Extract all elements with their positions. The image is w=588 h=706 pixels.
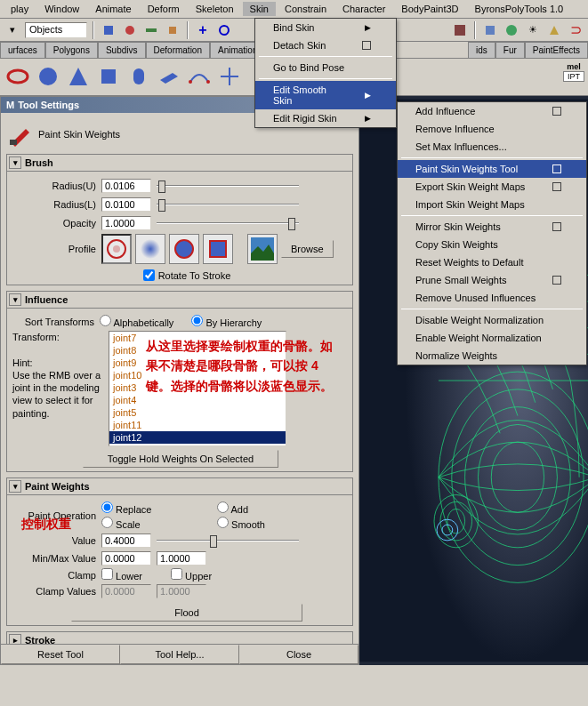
light-icon[interactable]: ☀ <box>524 21 542 39</box>
menu-prune-small-weights[interactable]: Prune Small Weights <box>398 271 586 289</box>
profile-gaussian-icon[interactable] <box>101 234 132 264</box>
menu-enable-weight-normalization[interactable]: Enable Weight Normalization <box>398 329 586 347</box>
menu-remove-influence[interactable]: Remove Influence <box>398 120 586 138</box>
menu-skin[interactable]: Skin <box>243 2 276 16</box>
ipr-icon[interactable] <box>481 21 499 39</box>
prim-cone-icon[interactable] <box>64 62 93 91</box>
browse-button[interactable]: Browse <box>281 240 334 258</box>
min-value-input[interactable] <box>101 551 151 566</box>
rotate-to-stroke-checkbox[interactable] <box>143 269 155 281</box>
radius-u-slider[interactable] <box>157 178 299 194</box>
shelf-tab-deformation[interactable]: Deformation <box>146 42 210 58</box>
render-icon[interactable] <box>451 21 469 39</box>
menu-deform[interactable]: Deform <box>141 2 187 16</box>
menu-copy-skin-weights[interactable]: Copy Skin Weights <box>398 236 586 253</box>
menu-disable-weight-normalization[interactable]: Disable Weight Normalization <box>398 311 586 329</box>
joint-list-item[interactable]: joint13 <box>109 444 286 446</box>
joint-list-item[interactable]: joint5 <box>109 406 286 419</box>
joint-list-item[interactable]: joint3 <box>109 381 286 394</box>
profile-soft-icon[interactable] <box>135 234 165 264</box>
tool-icon-4[interactable] <box>164 21 181 39</box>
sort-hierarchy-radio[interactable]: By Hierarchy <box>191 315 262 328</box>
paint-weights-section-header[interactable]: ▾ Paint Weights <box>6 477 353 495</box>
opacity-slider[interactable] <box>157 215 299 231</box>
snap-icon[interactable] <box>100 21 117 39</box>
flood-button[interactable]: Flood <box>71 604 302 622</box>
radius-l-input[interactable] <box>101 197 151 212</box>
max-value-input[interactable] <box>157 551 206 566</box>
shelf-tool-8-icon[interactable] <box>215 62 244 91</box>
sort-alpha-radio[interactable]: Alphabetically <box>100 315 173 328</box>
profile-square-icon[interactable] <box>203 234 233 264</box>
joint-list-item[interactable]: joint10 <box>109 369 286 381</box>
joint-list-item[interactable]: joint12 <box>109 431 286 444</box>
influence-section-header[interactable]: ▾ Influence <box>6 291 353 309</box>
joint-list-item[interactable]: joint11 <box>109 419 286 431</box>
expand-icon[interactable]: ▸ <box>9 634 21 644</box>
menu-byronspolytools[interactable]: ByronsPolyTools 1.0 <box>468 2 571 16</box>
joint-list-item[interactable]: joint4 <box>109 394 286 406</box>
menu-bodypaint3d[interactable]: BodyPaint3D <box>394 2 465 16</box>
prim-cylinder-icon[interactable] <box>125 62 153 91</box>
option-box-icon[interactable] <box>552 107 561 116</box>
op-scale-radio[interactable]: Scale <box>101 517 208 530</box>
brush-section-header[interactable]: ▾ Brush <box>6 154 353 172</box>
stroke-section-header[interactable]: ▸ Stroke <box>6 631 353 644</box>
menu-detach-skin[interactable]: Detach Skin <box>255 36 396 54</box>
menu-constrain[interactable]: Constrain <box>278 2 334 16</box>
op-smooth-radio[interactable]: Smooth <box>217 517 306 530</box>
option-box-icon[interactable] <box>552 182 561 191</box>
op-replace-radio[interactable]: Replace <box>101 501 208 515</box>
menu-edit-rigid-skin[interactable]: Edit Rigid Skin▶ <box>255 109 396 127</box>
selection-mask-dropdown[interactable]: Objects <box>25 22 87 38</box>
option-box-icon[interactable] <box>362 41 371 50</box>
toggle-hold-weights-button[interactable]: Toggle Hold Weights On Selected <box>83 450 278 468</box>
render-globals-icon[interactable] <box>503 21 520 39</box>
close-button[interactable]: Close <box>239 645 358 664</box>
menu-play[interactable]: play <box>4 2 36 16</box>
menu-go-to-bind-pose[interactable]: Go to Bind Pose <box>255 59 396 76</box>
tool-icon-6[interactable] <box>215 21 233 39</box>
shelf-tab-fur[interactable]: Fur <box>495 42 525 58</box>
collapse-icon[interactable]: ▾ <box>9 293 21 306</box>
dropdown-arrow-icon[interactable]: ▾ <box>4 21 21 39</box>
op-add-radio[interactable]: Add <box>217 501 306 515</box>
collapse-icon[interactable]: ▾ <box>9 480 21 493</box>
collapse-icon[interactable]: ▾ <box>9 156 21 169</box>
menu-set-max-influences[interactable]: Set Max Influences... <box>398 138 586 156</box>
menu-remove-unused-influences[interactable]: Remove Unused Influences <box>398 289 586 307</box>
option-box-icon[interactable] <box>552 164 561 173</box>
joint-list-item[interactable]: joint7 <box>109 332 286 344</box>
magnet-icon[interactable]: ⊃ <box>567 21 584 39</box>
menu-reset-weights-default[interactable]: Reset Weights to Default <box>398 253 586 271</box>
shelf-tab-ids[interactable]: ids <box>468 42 495 58</box>
menu-import-skin-weight-maps[interactable]: Import Skin Weight Maps <box>398 196 586 213</box>
prim-cube-icon[interactable] <box>94 62 123 91</box>
joint-list-item[interactable]: joint9 <box>109 357 286 369</box>
option-box-icon[interactable] <box>552 276 561 285</box>
clamp-lower-checkbox[interactable]: Lower <box>101 568 142 582</box>
value-input[interactable] <box>101 534 151 548</box>
option-box-icon[interactable] <box>552 222 561 231</box>
menu-window[interactable]: Window <box>37 2 86 16</box>
transform-listbox[interactable]: joint7joint8joint9joint10joint3joint4joi… <box>109 331 286 446</box>
menu-mirror-skin-weights[interactable]: Mirror Skin Weights <box>398 218 586 236</box>
menu-add-influence[interactable]: Add Influence <box>398 102 586 120</box>
plus-icon[interactable]: + <box>194 21 212 39</box>
curve-tool-icon[interactable] <box>185 62 213 91</box>
joint-list-item[interactable]: joint8 <box>109 344 286 357</box>
profile-image-icon[interactable] <box>247 234 278 264</box>
menu-bind-skin[interactable]: Bind Skin▶ <box>255 19 396 36</box>
opacity-input[interactable] <box>101 216 151 230</box>
menu-character[interactable]: Character <box>335 2 392 16</box>
prim-sphere-icon[interactable] <box>34 62 62 91</box>
profile-solid-icon[interactable] <box>169 234 199 264</box>
tool-help-button[interactable]: Tool Help... <box>120 645 239 664</box>
shelf-tab-surfaces[interactable]: urfaces <box>0 42 45 58</box>
value-slider[interactable] <box>157 533 299 549</box>
reset-tool-button[interactable]: Reset Tool <box>1 645 120 664</box>
tool-icon-3[interactable] <box>142 21 160 39</box>
shelf-tab-subdivs[interactable]: Subdivs <box>98 42 146 58</box>
clamp-upper-checkbox[interactable]: Upper <box>171 568 212 582</box>
menu-paint-skin-weights-tool[interactable]: Paint Skin Weights Tool <box>398 160 586 178</box>
